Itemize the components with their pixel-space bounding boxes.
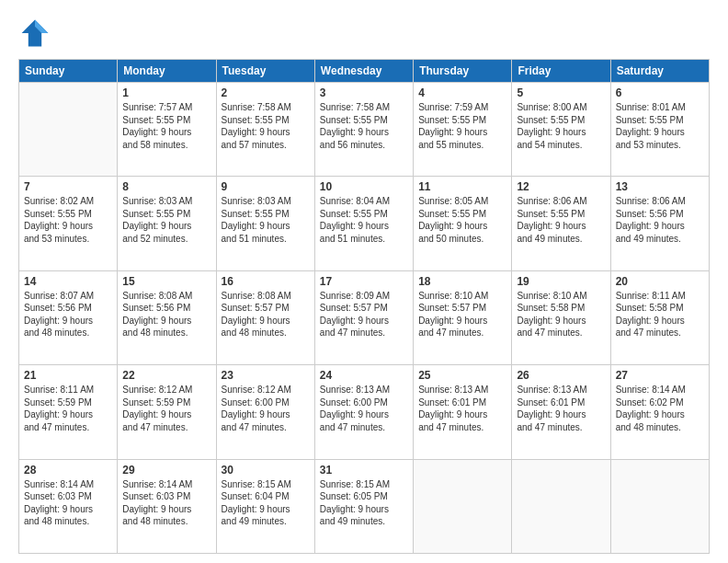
- day-info: Sunrise: 8:13 AM Sunset: 6:00 PM Dayligh…: [320, 384, 408, 433]
- day-info: Sunrise: 8:12 AM Sunset: 6:00 PM Dayligh…: [222, 384, 310, 433]
- calendar-cell: 4Sunrise: 7:59 AM Sunset: 5:55 PM Daylig…: [414, 83, 512, 177]
- day-info: Sunrise: 8:04 AM Sunset: 5:55 PM Dayligh…: [320, 195, 408, 245]
- calendar-cell: 25Sunrise: 8:13 AM Sunset: 6:01 PM Dayli…: [414, 365, 512, 459]
- calendar-cell: 21Sunrise: 8:11 AM Sunset: 5:59 PM Dayli…: [19, 365, 118, 459]
- day-info: Sunrise: 8:05 AM Sunset: 5:55 PM Dayligh…: [418, 195, 506, 245]
- calendar-cell: 31Sunrise: 8:15 AM Sunset: 6:05 PM Dayli…: [314, 459, 413, 553]
- calendar-cell: 6Sunrise: 8:01 AM Sunset: 5:55 PM Daylig…: [610, 83, 709, 177]
- calendar-cell: [512, 459, 610, 553]
- calendar-cell: 10Sunrise: 8:04 AM Sunset: 5:55 PM Dayli…: [314, 177, 413, 270]
- day-info: Sunrise: 8:14 AM Sunset: 6:03 PM Dayligh…: [122, 478, 210, 528]
- calendar-cell: 15Sunrise: 8:08 AM Sunset: 5:56 PM Dayli…: [118, 270, 216, 364]
- day-info: Sunrise: 8:10 AM Sunset: 5:58 PM Dayligh…: [517, 290, 605, 339]
- day-number: 1: [122, 86, 210, 99]
- day-number: 4: [418, 86, 506, 99]
- calendar-header-monday: Monday: [118, 60, 216, 83]
- calendar-cell: 5Sunrise: 8:00 AM Sunset: 5:55 PM Daylig…: [512, 83, 610, 177]
- calendar-cell: 27Sunrise: 8:14 AM Sunset: 6:02 PM Dayli…: [610, 365, 709, 459]
- calendar-header-sunday: Sunday: [19, 60, 118, 83]
- calendar-week-row: 21Sunrise: 8:11 AM Sunset: 5:59 PM Dayli…: [19, 365, 710, 459]
- calendar-cell: 28Sunrise: 8:14 AM Sunset: 6:03 PM Dayli…: [19, 459, 118, 553]
- calendar-cell: 8Sunrise: 8:03 AM Sunset: 5:55 PM Daylig…: [118, 177, 216, 270]
- calendar-cell: 30Sunrise: 8:15 AM Sunset: 6:04 PM Dayli…: [216, 459, 314, 553]
- calendar-cell: 17Sunrise: 8:09 AM Sunset: 5:57 PM Dayli…: [314, 270, 413, 364]
- logo-icon: [18, 17, 51, 50]
- calendar-cell: 12Sunrise: 8:06 AM Sunset: 5:55 PM Dayli…: [512, 177, 610, 270]
- day-info: Sunrise: 8:01 AM Sunset: 5:55 PM Dayligh…: [616, 101, 704, 151]
- calendar-cell: 14Sunrise: 8:07 AM Sunset: 5:56 PM Dayli…: [19, 270, 118, 364]
- day-number: 26: [517, 369, 605, 382]
- day-number: 29: [122, 464, 210, 477]
- day-info: Sunrise: 8:08 AM Sunset: 5:56 PM Dayligh…: [122, 290, 210, 339]
- calendar-cell: 11Sunrise: 8:05 AM Sunset: 5:55 PM Dayli…: [414, 177, 512, 270]
- day-info: Sunrise: 8:02 AM Sunset: 5:55 PM Dayligh…: [24, 195, 112, 245]
- day-info: Sunrise: 8:09 AM Sunset: 5:57 PM Dayligh…: [320, 290, 408, 339]
- calendar-week-row: 14Sunrise: 8:07 AM Sunset: 5:56 PM Dayli…: [19, 270, 710, 364]
- calendar-cell: 20Sunrise: 8:11 AM Sunset: 5:58 PM Dayli…: [610, 270, 709, 364]
- day-info: Sunrise: 8:00 AM Sunset: 5:55 PM Dayligh…: [517, 101, 605, 151]
- day-info: Sunrise: 8:13 AM Sunset: 6:01 PM Dayligh…: [418, 384, 506, 433]
- day-info: Sunrise: 8:03 AM Sunset: 5:55 PM Dayligh…: [122, 195, 210, 245]
- calendar-cell: [19, 83, 118, 177]
- day-number: 5: [517, 86, 605, 99]
- calendar-header-friday: Friday: [512, 60, 610, 83]
- day-number: 2: [222, 86, 310, 99]
- day-info: Sunrise: 8:03 AM Sunset: 5:55 PM Dayligh…: [222, 195, 310, 245]
- day-number: 16: [222, 275, 310, 288]
- day-info: Sunrise: 8:14 AM Sunset: 6:03 PM Dayligh…: [24, 478, 112, 528]
- day-info: Sunrise: 8:14 AM Sunset: 6:02 PM Dayligh…: [616, 384, 704, 433]
- day-number: 22: [122, 369, 210, 382]
- day-number: 30: [222, 464, 310, 477]
- calendar-week-row: 28Sunrise: 8:14 AM Sunset: 6:03 PM Dayli…: [19, 459, 710, 553]
- day-number: 11: [418, 180, 506, 193]
- day-info: Sunrise: 7:58 AM Sunset: 5:55 PM Dayligh…: [222, 101, 310, 151]
- day-number: 19: [517, 275, 605, 288]
- calendar-cell: 26Sunrise: 8:13 AM Sunset: 6:01 PM Dayli…: [512, 365, 610, 459]
- day-info: Sunrise: 8:08 AM Sunset: 5:57 PM Dayligh…: [222, 290, 310, 339]
- day-number: 8: [122, 180, 210, 193]
- calendar-header-wednesday: Wednesday: [314, 60, 413, 83]
- calendar-cell: 19Sunrise: 8:10 AM Sunset: 5:58 PM Dayli…: [512, 270, 610, 364]
- day-number: 27: [616, 369, 704, 382]
- page: SundayMondayTuesdayWednesdayThursdayFrid…: [0, 0, 728, 563]
- calendar-cell: 16Sunrise: 8:08 AM Sunset: 5:57 PM Dayli…: [216, 270, 314, 364]
- header: [18, 17, 710, 50]
- calendar-cell: [414, 459, 512, 553]
- day-number: 25: [418, 369, 506, 382]
- day-info: Sunrise: 8:15 AM Sunset: 6:04 PM Dayligh…: [222, 478, 310, 528]
- day-number: 14: [24, 275, 112, 288]
- day-number: 18: [418, 275, 506, 288]
- calendar-cell: 7Sunrise: 8:02 AM Sunset: 5:55 PM Daylig…: [19, 177, 118, 270]
- logo: [18, 17, 55, 50]
- calendar-cell: 3Sunrise: 7:58 AM Sunset: 5:55 PM Daylig…: [314, 83, 413, 177]
- day-info: Sunrise: 7:57 AM Sunset: 5:55 PM Dayligh…: [122, 101, 210, 151]
- day-info: Sunrise: 8:10 AM Sunset: 5:57 PM Dayligh…: [418, 290, 506, 339]
- day-info: Sunrise: 8:06 AM Sunset: 5:56 PM Dayligh…: [616, 195, 704, 245]
- day-number: 31: [320, 464, 408, 477]
- calendar-cell: 18Sunrise: 8:10 AM Sunset: 5:57 PM Dayli…: [414, 270, 512, 364]
- day-number: 15: [122, 275, 210, 288]
- calendar-cell: 9Sunrise: 8:03 AM Sunset: 5:55 PM Daylig…: [216, 177, 314, 270]
- day-number: 21: [24, 369, 112, 382]
- calendar-cell: 23Sunrise: 8:12 AM Sunset: 6:00 PM Dayli…: [216, 365, 314, 459]
- calendar-header-tuesday: Tuesday: [216, 60, 314, 83]
- day-number: 28: [24, 464, 112, 477]
- calendar-cell: 24Sunrise: 8:13 AM Sunset: 6:00 PM Dayli…: [314, 365, 413, 459]
- calendar-week-row: 1Sunrise: 7:57 AM Sunset: 5:55 PM Daylig…: [19, 83, 710, 177]
- day-number: 13: [616, 180, 704, 193]
- day-number: 17: [320, 275, 408, 288]
- day-number: 23: [222, 369, 310, 382]
- calendar-header-row: SundayMondayTuesdayWednesdayThursdayFrid…: [19, 60, 710, 83]
- day-info: Sunrise: 8:13 AM Sunset: 6:01 PM Dayligh…: [517, 384, 605, 433]
- calendar-cell: 29Sunrise: 8:14 AM Sunset: 6:03 PM Dayli…: [118, 459, 216, 553]
- day-info: Sunrise: 8:11 AM Sunset: 5:59 PM Dayligh…: [24, 384, 112, 433]
- day-info: Sunrise: 7:59 AM Sunset: 5:55 PM Dayligh…: [418, 101, 506, 151]
- day-info: Sunrise: 8:07 AM Sunset: 5:56 PM Dayligh…: [24, 290, 112, 339]
- day-number: 3: [320, 86, 408, 99]
- calendar-cell: [610, 459, 709, 553]
- calendar-cell: 22Sunrise: 8:12 AM Sunset: 5:59 PM Dayli…: [118, 365, 216, 459]
- day-number: 6: [616, 86, 704, 99]
- day-info: Sunrise: 8:12 AM Sunset: 5:59 PM Dayligh…: [122, 384, 210, 433]
- day-number: 20: [616, 275, 704, 288]
- day-number: 12: [517, 180, 605, 193]
